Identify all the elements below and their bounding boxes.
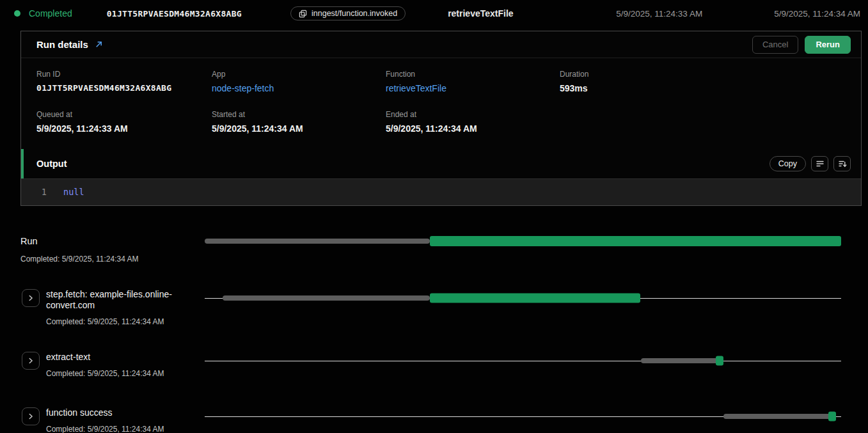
field-app: App node-step-fetch — [212, 70, 386, 93]
wrap-text-icon — [816, 159, 825, 168]
app-link[interactable]: node-step-fetch — [212, 83, 386, 93]
cancel-button[interactable]: Cancel — [752, 36, 798, 54]
step-track — [205, 355, 841, 366]
field-run-id: Run ID 01JTT5RPVAESDM46M32A6X8ABG — [36, 70, 212, 93]
field-label: Function — [386, 70, 560, 79]
step-completed-text: Completed: 5/9/2025, 11:24:34 AM — [46, 369, 197, 378]
field-value: 593ms — [560, 83, 846, 93]
run-header-bar: Completed 01JTT5RPVAESDM46M32A6X8ABG inn… — [0, 0, 868, 27]
run-completed-text: Completed: 5/9/2025, 11:24:34 AM — [20, 255, 205, 264]
chevron-right-icon — [27, 294, 35, 302]
step-exec-bar[interactable] — [716, 356, 723, 366]
status-dot-icon — [14, 10, 20, 17]
function-link[interactable]: retrieveTextFile — [386, 83, 560, 93]
rerun-button[interactable]: Rerun — [805, 36, 851, 54]
chevron-right-icon — [27, 357, 35, 365]
field-duration: Duration 593ms — [560, 70, 846, 93]
code-content: null — [63, 186, 84, 198]
timeline-step-row: step.fetch: example-files.online-convert… — [20, 289, 841, 326]
function-name: retrieveTextFile — [448, 8, 513, 19]
run-status-label: Completed — [29, 8, 72, 19]
step-completed-text: Completed: 5/9/2025, 11:24:34 AM — [46, 317, 197, 326]
run-timeline: Run Completed: 5/9/2025, 11:24:34 AM ste… — [20, 235, 841, 433]
field-label: App — [212, 70, 386, 79]
output-title: Output — [36, 159, 67, 169]
step-track — [205, 411, 841, 422]
sort-descending-icon — [838, 159, 847, 168]
run-exec-bar[interactable] — [430, 236, 841, 246]
sort-output-icon-button[interactable] — [833, 156, 851, 171]
output-code-block: 1 null — [21, 178, 861, 205]
line-number: 1 — [21, 186, 47, 198]
field-label: Duration — [560, 70, 846, 79]
field-queued-at: Queued at 5/9/2025, 11:24:33 AM — [36, 110, 212, 134]
run-row-label: Run — [20, 235, 205, 247]
event-name: inngest/function.invoked — [312, 9, 397, 18]
event-icon — [299, 10, 307, 18]
step-exec-bar[interactable] — [430, 294, 640, 303]
field-value: 01JTT5RPVAESDM46M32A6X8ABG — [36, 83, 212, 93]
step-completed-text: Completed: 5/9/2025, 11:24:34 AM — [46, 425, 197, 433]
step-track — [205, 292, 841, 304]
timeline-step-row: function success Completed: 5/9/2025, 11… — [20, 407, 841, 433]
step-name: function success — [46, 407, 197, 418]
chevron-right-icon — [27, 413, 35, 420]
step-expand-button[interactable] — [22, 289, 40, 307]
run-details-card: Run details Cancel Rerun Run ID 01JTT5RP… — [20, 31, 862, 206]
step-exec-bar[interactable] — [828, 412, 836, 421]
trigger-event-badge[interactable]: inngest/function.invoked — [290, 6, 406, 20]
step-queued-bar[interactable] — [641, 358, 720, 363]
external-link-icon[interactable] — [95, 40, 103, 49]
run-details-header: Run details Cancel Rerun — [21, 31, 861, 58]
step-queued-bar[interactable] — [723, 414, 831, 419]
field-ended-at: Ended at 5/9/2025, 11:24:34 AM — [386, 110, 560, 134]
field-value: 5/9/2025, 11:24:33 AM — [36, 123, 212, 134]
step-queued-bar[interactable] — [223, 295, 430, 301]
step-expand-button[interactable] — [22, 352, 40, 370]
field-label: Started at — [212, 110, 386, 119]
field-label: Ended at — [386, 110, 560, 119]
code-line: 1 null — [21, 186, 861, 198]
output-section-header: Output Copy — [21, 149, 861, 178]
copy-button[interactable]: Copy — [769, 156, 806, 171]
queued-timestamp: 5/9/2025, 11:24:33 AM — [616, 9, 702, 19]
timeline-run-row: Run Completed: 5/9/2025, 11:24:34 AM — [20, 235, 841, 264]
field-value: 5/9/2025, 11:24:34 AM — [212, 123, 386, 134]
run-queued-bar[interactable] — [205, 239, 430, 244]
output-accent-bar — [21, 149, 24, 178]
field-started-at: Started at 5/9/2025, 11:24:34 AM — [212, 110, 386, 134]
field-function: Function retrieveTextFile — [386, 70, 560, 93]
field-label: Run ID — [36, 70, 212, 79]
step-name: extract-text — [46, 352, 197, 363]
timeline-step-row: extract-text Completed: 5/9/2025, 11:24:… — [20, 352, 841, 378]
step-expand-button[interactable] — [22, 407, 40, 425]
run-details-title: Run details — [36, 39, 88, 50]
run-track — [205, 235, 841, 247]
step-name: step.fetch: example-files.online-convert… — [46, 289, 197, 311]
field-label: Queued at — [36, 110, 212, 119]
wrap-text-icon-button[interactable] — [811, 156, 828, 171]
run-details-grid: Run ID 01JTT5RPVAESDM46M32A6X8ABG App no… — [21, 58, 861, 149]
field-value: 5/9/2025, 11:24:34 AM — [386, 123, 560, 134]
run-id: 01JTT5RPVAESDM46M32A6X8ABG — [107, 9, 242, 19]
started-timestamp: 5/9/2025, 11:24:34 AM — [774, 9, 860, 19]
